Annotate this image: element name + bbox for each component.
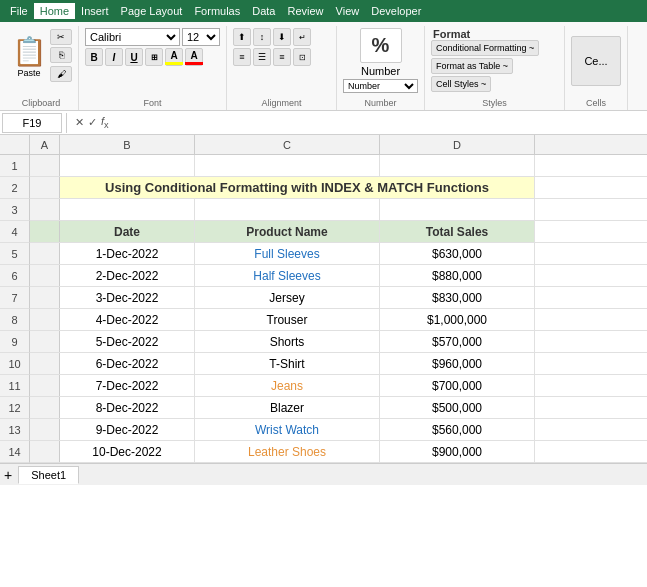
row-num-11[interactable]: 11 [0,375,30,397]
cells-format-button[interactable]: Ce... [571,36,621,86]
cell-c6[interactable]: Half Sleeves [195,265,380,286]
cell-a3[interactable] [30,199,60,220]
cell-c14[interactable]: Leather Shoes [195,441,380,462]
cell-b7[interactable]: 3-Dec-2022 [60,287,195,308]
menu-view[interactable]: View [330,3,366,19]
cell-d13[interactable]: $560,000 [380,419,535,440]
cell-c8[interactable]: Trouser [195,309,380,330]
align-right-button[interactable]: ≡ [273,48,291,66]
row-num-7[interactable]: 7 [0,287,30,309]
cell-b5[interactable]: 1-Dec-2022 [60,243,195,264]
menu-formulas[interactable]: Formulas [188,3,246,19]
row-num-12[interactable]: 12 [0,397,30,419]
cell-d8[interactable]: $1,000,000 [380,309,535,330]
cell-b8[interactable]: 4-Dec-2022 [60,309,195,330]
row-num-5[interactable]: 5 [0,243,30,265]
wrap-text-button[interactable]: ↵ [293,28,311,46]
row-num-6[interactable]: 6 [0,265,30,287]
paste-button[interactable]: 📋 Paste [10,28,48,88]
font-size-select[interactable]: 12 [182,28,220,46]
cell-d10[interactable]: $960,000 [380,353,535,374]
merge-button[interactable]: ⊡ [293,48,311,66]
menu-file[interactable]: File [4,3,34,19]
cell-b3[interactable] [60,199,195,220]
format-as-table-button[interactable]: Format as Table ~ [431,58,513,74]
menu-developer[interactable]: Developer [365,3,427,19]
cut-button[interactable]: ✂ [50,29,72,45]
cell-b13[interactable]: 9-Dec-2022 [60,419,195,440]
cell-d12[interactable]: $500,000 [380,397,535,418]
cell-d14[interactable]: $900,000 [380,441,535,462]
cell-c7[interactable]: Jersey [195,287,380,308]
italic-button[interactable]: I [105,48,123,66]
fill-color-button[interactable]: A [165,48,183,66]
cell-c9[interactable]: Shorts [195,331,380,352]
cell-a8[interactable] [30,309,60,330]
row-num-8[interactable]: 8 [0,309,30,331]
menu-review[interactable]: Review [281,3,329,19]
cell-a2[interactable] [30,177,60,198]
font-color-button[interactable]: A [185,48,203,66]
row-num-3[interactable]: 3 [0,199,30,221]
cell-a13[interactable] [30,419,60,440]
cell-a9[interactable] [30,331,60,352]
insert-function-icon[interactable]: fx [101,115,109,130]
align-middle-button[interactable]: ↕ [253,28,271,46]
cell-c4-header[interactable]: Product Name [195,221,380,242]
format-painter-button[interactable]: 🖌 [50,66,72,82]
align-bottom-button[interactable]: ⬇ [273,28,291,46]
col-header-a[interactable]: A [30,135,60,154]
cancel-formula-icon[interactable]: ✕ [75,116,84,129]
menu-page-layout[interactable]: Page Layout [115,3,189,19]
bold-button[interactable]: B [85,48,103,66]
cell-b11[interactable]: 7-Dec-2022 [60,375,195,396]
row-num-9[interactable]: 9 [0,331,30,353]
menu-data[interactable]: Data [246,3,281,19]
cell-a6[interactable] [30,265,60,286]
align-top-button[interactable]: ⬆ [233,28,251,46]
align-left-button[interactable]: ≡ [233,48,251,66]
cell-c1[interactable] [195,155,380,176]
cell-d1[interactable] [380,155,535,176]
cell-b10[interactable]: 6-Dec-2022 [60,353,195,374]
col-header-b[interactable]: B [60,135,195,154]
confirm-formula-icon[interactable]: ✓ [88,116,97,129]
cell-a11[interactable] [30,375,60,396]
copy-button[interactable]: ⎘ [50,47,72,63]
cell-c13[interactable]: Wrist Watch [195,419,380,440]
add-sheet-button[interactable]: + [4,467,12,483]
cell-reference-input[interactable] [2,113,62,133]
number-format-select[interactable]: Number General Currency [343,79,418,93]
cell-a12[interactable] [30,397,60,418]
col-header-c[interactable]: C [195,135,380,154]
menu-insert[interactable]: Insert [75,3,115,19]
cell-d4-header[interactable]: Total Sales [380,221,535,242]
col-header-d[interactable]: D [380,135,535,154]
cell-c12[interactable]: Blazer [195,397,380,418]
menu-home[interactable]: Home [34,3,75,19]
cell-c3[interactable] [195,199,380,220]
cell-d5[interactable]: $630,000 [380,243,535,264]
cell-b4-header[interactable]: Date [60,221,195,242]
cell-b6[interactable]: 2-Dec-2022 [60,265,195,286]
percent-button[interactable]: % [360,28,402,63]
cell-c10[interactable]: T-Shirt [195,353,380,374]
row-num-14[interactable]: 14 [0,441,30,463]
cell-d9[interactable]: $570,000 [380,331,535,352]
cell-b14[interactable]: 10-Dec-2022 [60,441,195,462]
cell-d7[interactable]: $830,000 [380,287,535,308]
cell-b12[interactable]: 8-Dec-2022 [60,397,195,418]
underline-button[interactable]: U [125,48,143,66]
border-button[interactable]: ⊞ [145,48,163,66]
cell-c5[interactable]: Full Sleeves [195,243,380,264]
row-num-4[interactable]: 4 [0,221,30,243]
font-name-select[interactable]: Calibri [85,28,180,46]
cell-d11[interactable]: $700,000 [380,375,535,396]
cell-styles-button[interactable]: Cell Styles ~ [431,76,491,92]
cell-b2-title[interactable]: Using Conditional Formatting with INDEX … [60,177,535,198]
row-num-13[interactable]: 13 [0,419,30,441]
row-num-1[interactable]: 1 [0,155,30,177]
row-num-10[interactable]: 10 [0,353,30,375]
cell-a14[interactable] [30,441,60,462]
cell-d6[interactable]: $880,000 [380,265,535,286]
